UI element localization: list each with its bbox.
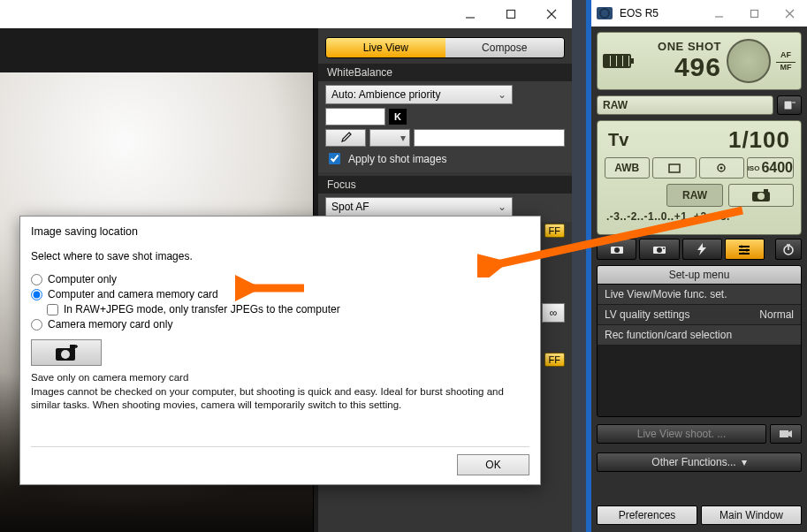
svg-rect-14 (764, 189, 768, 193)
setup-menu-title: Set-up menu (598, 266, 801, 285)
svg-point-21 (746, 248, 749, 251)
af-mf-indicator: AF MF (776, 50, 796, 72)
svg-point-22 (742, 252, 745, 255)
wb-mode-value: Auto: Ambience priority (331, 88, 440, 101)
checkbox-jpeg-only[interactable] (47, 304, 58, 315)
window-title: EOS R5 (616, 7, 701, 19)
kelvin-icon: K (389, 109, 407, 125)
image-saving-location-dialog: Image saving location Select where to sa… (19, 216, 541, 485)
tv-label: Tv (608, 130, 628, 150)
setup-row-rec-function[interactable]: Rec function/card selection (598, 325, 801, 346)
apply-label: Apply to shot images (348, 153, 446, 165)
opt-computer-only[interactable]: Computer only (31, 273, 529, 285)
main-window-button[interactable]: Main Window (701, 505, 802, 525)
note-title: Save only on camera memory card (31, 371, 526, 385)
card-select-button[interactable] (777, 95, 802, 115)
svg-point-18 (657, 247, 662, 253)
control-dial[interactable] (727, 39, 771, 83)
liveview-shoot-button[interactable]: Live View shoot. ... (597, 424, 766, 444)
radio-computer-and-card[interactable] (31, 289, 42, 300)
setup-row-lv-quality[interactable]: LV quality settingsNormal (598, 305, 801, 325)
svg-point-28 (61, 350, 70, 359)
drive-cell[interactable] (652, 157, 697, 179)
titlebar: EOS R5 (591, 0, 807, 27)
svg-rect-5 (750, 10, 758, 17)
chevron-down-icon: ▾ (742, 456, 747, 468)
svg-point-19 (663, 247, 665, 249)
camera-app-icon (597, 7, 613, 19)
iso-cell[interactable]: ISO6400 (747, 157, 794, 179)
exposure-scale: .-3..-2..-1..0..+1..+2..+3. (603, 209, 796, 223)
wb-eyedropper-button[interactable] (325, 129, 366, 147)
minimize-button[interactable] (701, 0, 736, 27)
svg-rect-8 (784, 101, 792, 110)
maximize-button[interactable] (491, 0, 531, 28)
battery-icon (603, 54, 631, 68)
tool-settings[interactable] (725, 239, 765, 260)
tool-lens[interactable] (639, 239, 679, 260)
chevron-down-icon: ⌄ (492, 201, 506, 213)
apply-checkbox-input[interactable] (329, 153, 340, 164)
svg-rect-9 (669, 164, 680, 172)
wb-value-input[interactable] (414, 129, 565, 147)
svg-point-20 (741, 245, 743, 247)
close-button[interactable] (772, 0, 807, 27)
tool-timer[interactable] (775, 239, 802, 260)
chevron-down-icon: ⌄ (492, 88, 506, 101)
maximize-button[interactable] (736, 0, 772, 27)
dialog-title: Image saving location (31, 225, 529, 238)
minimize-button[interactable] (450, 0, 491, 28)
setup-menu: Set-up menu Live View/Movie func. set. L… (597, 265, 802, 417)
focus-toggle-2[interactable]: FF (544, 353, 565, 367)
meter-cell[interactable] (699, 157, 744, 179)
chevron-down-icon: ▾ (400, 132, 406, 144)
close-button[interactable] (531, 0, 572, 28)
focus-mode-value: Spot AF (331, 201, 369, 213)
shutter-button[interactable] (728, 184, 794, 207)
svg-rect-26 (780, 430, 788, 437)
wb-mode-select[interactable]: Auto: Ambience priority ⌄ (325, 85, 513, 104)
preferences-button[interactable]: Preferences (597, 505, 697, 525)
wb-preset-select[interactable]: ▾ (369, 129, 410, 147)
radio-card-only[interactable] (31, 319, 42, 331)
radio-computer-only[interactable] (31, 274, 42, 285)
tab-compose[interactable]: Compose (445, 38, 565, 57)
card-only-icon-button[interactable] (31, 339, 102, 366)
section-whitebalance: WhiteBalance (318, 64, 572, 81)
focus-mode-select[interactable]: Spot AF ⌄ (325, 197, 513, 217)
tool-flash[interactable] (682, 239, 722, 260)
svg-point-11 (720, 167, 723, 170)
section-focus: Focus (318, 176, 572, 194)
infinity-focus-button[interactable]: ∞ (542, 303, 565, 323)
dialog-subtitle: Select where to save shot images. (31, 250, 529, 262)
opt-computer-and-card[interactable]: Computer and camera memory card (31, 288, 529, 300)
awb-cell[interactable]: AWB (605, 157, 650, 179)
ok-button[interactable]: OK (457, 454, 529, 475)
other-functions-button[interactable]: Other Functions...▾ (597, 452, 802, 472)
titlebar (0, 0, 572, 28)
liveview-aux-button[interactable] (770, 424, 802, 444)
raw-pill[interactable]: RAW (666, 184, 723, 207)
drive-mode: ONE SHOT (636, 41, 721, 53)
svg-point-13 (758, 193, 765, 200)
image-format-field[interactable]: RAW (597, 95, 773, 115)
toolbar (597, 239, 802, 260)
wb-kelvin-input[interactable] (325, 108, 385, 125)
note-body: Images cannot be checked on your compute… (31, 385, 526, 413)
shot-count: 496 (636, 53, 721, 81)
focus-toggle-1[interactable]: FF (544, 224, 565, 238)
lcd-status: ONE SHOT 496 AF MF (597, 32, 802, 90)
svg-point-16 (614, 247, 620, 253)
opt-jpeg-only-transfer[interactable]: In RAW+JPEG mode, only transfer JPEGs to… (47, 303, 529, 315)
lcd-main: Tv 1/100 AWB ISO6400 RAW (597, 120, 802, 235)
opt-card-only[interactable]: Camera memory card only (31, 318, 529, 331)
tab-live-view[interactable]: Live View (326, 38, 445, 57)
setup-row-liveview-func[interactable]: Live View/Movie func. set. (598, 285, 801, 305)
shutter-speed[interactable]: 1/100 (728, 126, 790, 154)
tool-camera[interactable] (597, 239, 636, 260)
svg-rect-1 (507, 11, 515, 19)
camera-control-window: EOS R5 ONE SHOT 496 AF MF RAW Tv (586, 0, 807, 532)
apply-to-shot-checkbox[interactable]: Apply to shot images (325, 150, 565, 167)
